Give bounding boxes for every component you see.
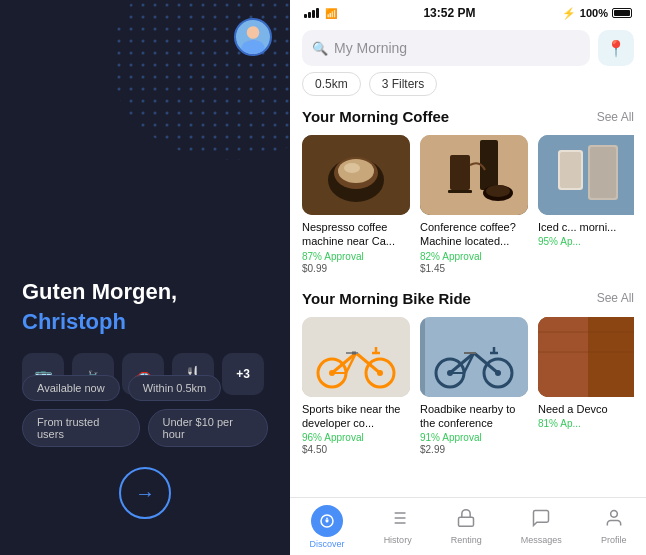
svg-rect-22 [302, 317, 410, 397]
bike-img-1 [302, 317, 410, 397]
coffee-card-2-price: $1.45 [420, 263, 528, 274]
coffee-card-1-approval: 87% Approval [302, 251, 410, 262]
coffee-card-3[interactable]: Iced c... morni... 95% Ap... [538, 135, 634, 274]
filter-available-now[interactable]: Available now [22, 375, 120, 401]
coffee-section-header: Your Morning Coffee See All [302, 108, 634, 125]
bike-card-2[interactable]: Roadbike nearby to the conference 91% Ap… [420, 317, 528, 456]
coffee-cards-row: Nespresso coffee machine near Ca... 87% … [302, 135, 634, 274]
filter-tags: Available now Within 0.5km From trusted … [22, 375, 268, 447]
coffee-card-3-title: Iced c... morni... [538, 220, 634, 234]
tab-messages[interactable]: Messages [513, 504, 570, 549]
coffee-img-1 [302, 135, 410, 215]
bike-card-1[interactable]: Sports bike near the developer co... 96%… [302, 317, 410, 456]
bike-see-all[interactable]: See All [597, 291, 634, 305]
bluetooth-icon: ⚡ [562, 7, 576, 20]
svg-rect-12 [450, 155, 470, 190]
filter-under-10[interactable]: Under $10 per hour [148, 409, 268, 447]
svg-point-16 [486, 185, 510, 197]
signal-bar-2 [308, 12, 311, 18]
svg-rect-14 [448, 190, 472, 193]
coffee-section-title: Your Morning Coffee [302, 108, 449, 125]
battery-icon [612, 8, 632, 18]
coffee-img-2 [420, 135, 528, 215]
filter-row-1: Available now Within 0.5km [22, 375, 268, 401]
tab-discover[interactable]: Discover [302, 501, 353, 553]
coffee-card-1-image [302, 135, 410, 215]
search-icon: 🔍 [312, 41, 328, 56]
svg-rect-49 [538, 317, 588, 397]
svg-point-62 [610, 511, 617, 518]
bike-card-1-price: $4.50 [302, 444, 410, 455]
tab-profile-label: Profile [601, 535, 627, 545]
svg-rect-47 [420, 317, 425, 397]
tab-renting[interactable]: Renting [443, 504, 490, 549]
bike-card-2-approval: 91% Approval [420, 432, 528, 443]
bike-section: Your Morning Bike Ride See All [290, 286, 646, 468]
coffee-section: Your Morning Coffee See All [290, 104, 646, 286]
arrow-icon: → [135, 482, 155, 505]
svg-rect-19 [560, 152, 581, 188]
tab-discover-label: Discover [310, 539, 345, 549]
tab-profile[interactable]: Profile [593, 504, 635, 549]
scroll-content[interactable]: Your Morning Coffee See All [290, 104, 646, 497]
tab-bar: Discover History [290, 497, 646, 555]
bike-cards-row: Sports bike near the developer co... 96%… [302, 317, 634, 456]
coffee-see-all[interactable]: See All [597, 110, 634, 124]
discover-icon [311, 505, 343, 537]
bike-card-1-approval: 96% Approval [302, 432, 410, 443]
signal-bar-4 [316, 8, 319, 18]
bike-section-title: Your Morning Bike Ride [302, 290, 471, 307]
right-panel: 📶 13:52 PM ⚡ 100% 🔍 My Morning 📍 0.5km 3… [290, 0, 646, 555]
coffee-card-2-approval: 82% Approval [420, 251, 528, 262]
svg-point-3 [247, 26, 260, 39]
svg-point-54 [326, 519, 329, 522]
filter-within-05km[interactable]: Within 0.5km [128, 375, 222, 401]
bike-card-3-title: Need a Devco [538, 402, 634, 416]
avatar[interactable] [234, 18, 272, 56]
svg-rect-35 [420, 317, 528, 397]
filters-pill[interactable]: 3 Filters [369, 72, 438, 96]
filter-trusted-users[interactable]: From trusted users [22, 409, 140, 447]
svg-rect-21 [590, 147, 616, 198]
bike-card-2-price: $2.99 [420, 444, 528, 455]
messages-icon [531, 508, 551, 533]
bike-img-3 [538, 317, 634, 397]
tab-history[interactable]: History [376, 504, 420, 549]
status-bar: 📶 13:52 PM ⚡ 100% [290, 0, 646, 24]
coffee-card-2-title: Conference coffee? Machine located... [420, 220, 528, 249]
renting-icon [456, 508, 476, 533]
search-bar[interactable]: 🔍 My Morning [302, 30, 590, 66]
bike-card-3-image [538, 317, 634, 397]
coffee-card-1-price: $0.99 [302, 263, 410, 274]
status-right: ⚡ 100% [562, 7, 632, 20]
distance-pill[interactable]: 0.5km [302, 72, 361, 96]
signal-bar-3 [312, 10, 315, 18]
tab-renting-label: Renting [451, 535, 482, 545]
coffee-card-2[interactable]: Conference coffee? Machine located... 82… [420, 135, 528, 274]
coffee-card-3-approval: 95% Ap... [538, 236, 634, 247]
search-bar-row: 🔍 My Morning 📍 [290, 24, 646, 72]
svg-rect-17 [538, 135, 634, 215]
bike-card-2-image [420, 317, 528, 397]
history-icon [388, 508, 408, 533]
coffee-img-3 [538, 135, 634, 215]
bike-card-2-title: Roadbike nearby to the conference [420, 402, 528, 431]
svg-point-10 [344, 163, 360, 173]
bike-card-3[interactable]: Need a Devco 81% Ap... [538, 317, 634, 456]
greeting-section: Guten Morgen, Christoph [22, 279, 268, 335]
coffee-card-1-title: Nespresso coffee machine near Ca... [302, 220, 410, 249]
wifi-icon: 📶 [325, 8, 337, 19]
profile-icon [604, 508, 624, 533]
coffee-card-1[interactable]: Nespresso coffee machine near Ca... 87% … [302, 135, 410, 274]
greeting-name: Christoph [22, 309, 268, 335]
status-time: 13:52 PM [423, 6, 475, 20]
coffee-card-3-image [538, 135, 634, 215]
tab-history-label: History [384, 535, 412, 545]
map-button[interactable]: 📍 [598, 30, 634, 66]
bike-card-1-image [302, 317, 410, 397]
bike-section-header: Your Morning Bike Ride See All [302, 290, 634, 307]
tab-messages-label: Messages [521, 535, 562, 545]
go-button[interactable]: → [119, 467, 171, 519]
battery-fill [614, 10, 630, 16]
svg-rect-61 [459, 517, 474, 526]
